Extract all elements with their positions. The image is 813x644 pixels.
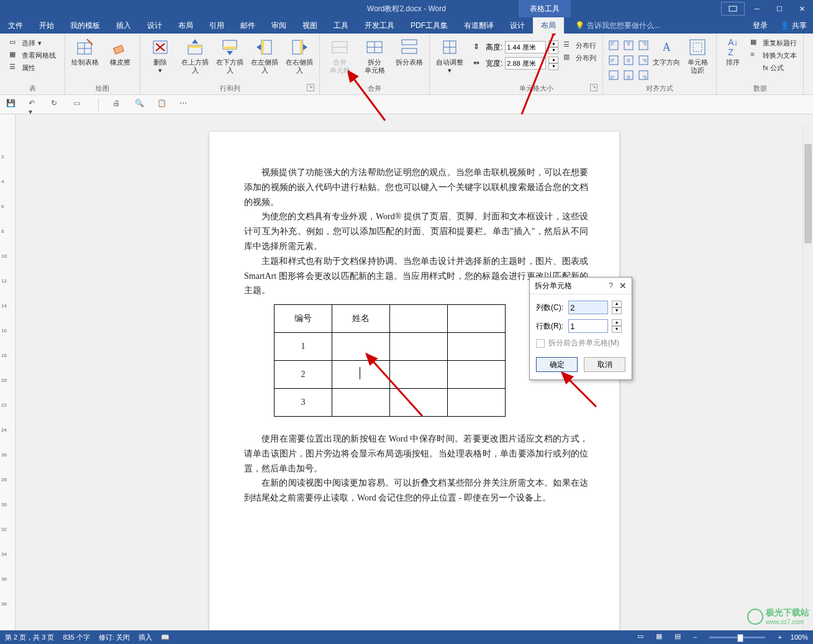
tab-design[interactable]: 设计 — [139, 17, 170, 34]
zoom-icon[interactable]: 🔍 — [135, 99, 146, 110]
table-cell[interactable] — [390, 333, 448, 361]
row-height-input[interactable]: ⇕高度:▲▼ — [473, 40, 558, 55]
vertical-scrollbar[interactable] — [802, 125, 813, 630]
tab-developer[interactable]: 开发工具 — [357, 17, 402, 34]
undo-icon[interactable]: ↶ ▾ — [29, 99, 40, 110]
select-button[interactable]: ▭选择 ▾ — [7, 37, 58, 48]
insert-mode[interactable]: 插入 — [139, 633, 152, 642]
spin-up-icon[interactable]: ▲ — [612, 301, 622, 307]
login-button[interactable]: 登录 — [747, 20, 774, 31]
spin-up-icon[interactable]: ▲ — [548, 40, 558, 47]
track-changes-status[interactable]: 修订: 关闭 — [99, 633, 130, 642]
height-value[interactable] — [505, 41, 546, 53]
zoom-slider-thumb[interactable] — [737, 634, 743, 642]
align-top-left-button[interactable] — [607, 39, 620, 52]
redo-icon[interactable]: ↻ — [51, 99, 62, 110]
dialog-launcher-icon[interactable]: ↘ — [590, 84, 597, 91]
distribute-cols-button[interactable]: ▥分布列 — [561, 52, 599, 63]
save-icon[interactable]: 💾 — [6, 99, 17, 110]
paste-icon[interactable]: 📋 — [157, 99, 168, 110]
view-gridlines-button[interactable]: ▦查看网格线 — [7, 50, 58, 61]
new-icon[interactable]: ▭ — [73, 99, 84, 110]
zoom-level[interactable]: 100% — [791, 633, 808, 641]
repeat-header-button[interactable]: ▦重复标题行 — [748, 37, 799, 48]
print-layout-icon[interactable]: ▦ — [656, 632, 666, 642]
table-cell[interactable] — [390, 389, 448, 417]
merge-before-split-checkbox[interactable]: 拆分前合并单元格(M) — [536, 338, 625, 348]
zoom-slider[interactable] — [709, 637, 765, 638]
tell-me-box[interactable]: 💡 告诉我您想要做什么... — [564, 17, 660, 34]
close-icon[interactable]: ✕ — [619, 281, 627, 291]
help-icon[interactable]: ? — [609, 281, 613, 290]
tab-pdf[interactable]: PDF工具集 — [402, 17, 456, 34]
vertical-ruler[interactable]: 2468101214161820222426283032343638 — [0, 114, 16, 630]
tab-file[interactable]: 文件 — [0, 17, 31, 34]
document-canvas[interactable]: 视频提供了功能强大的方法帮助您证明您的观点。当您单击联机视频时，可以在想要添加的… — [16, 114, 813, 630]
spin-down-icon[interactable]: ▼ — [612, 307, 622, 314]
paragraph[interactable]: 在新的阅读视图中阅读更加容易。可以折叠文档某些部分并关注所需文本。如果在达到结尾… — [244, 476, 588, 506]
tab-insert[interactable]: 插入 — [108, 17, 139, 34]
dialog-launcher-icon[interactable]: ↘ — [307, 84, 314, 91]
tab-tools[interactable]: 工具 — [325, 17, 357, 34]
align-mid-center-button[interactable] — [622, 53, 635, 67]
align-mid-left-button[interactable] — [607, 53, 620, 67]
rows-input[interactable] — [568, 319, 608, 333]
paragraph[interactable]: 视频提供了功能强大的方法帮助您证明您的观点。当您单击联机视频时，可以在想要添加的… — [244, 165, 588, 209]
align-mid-right-button[interactable] — [637, 53, 650, 67]
table-row[interactable]: 编号姓名 — [275, 305, 506, 333]
align-bot-left-button[interactable] — [607, 68, 620, 82]
table-cell[interactable] — [390, 305, 448, 333]
table-cell[interactable] — [448, 333, 506, 361]
formula-button[interactable]: fx 公式 — [748, 62, 799, 73]
zoom-in-icon[interactable]: + — [778, 633, 781, 641]
draw-table-button[interactable]: 绘制表格 — [69, 36, 101, 66]
table-cell[interactable]: 3 — [275, 389, 332, 417]
ok-button[interactable]: 确定 — [536, 357, 578, 372]
cell-margins-button[interactable]: 单元格 边距 — [683, 36, 712, 75]
sort-button[interactable]: A↓Z排序 — [720, 36, 745, 66]
cancel-button[interactable]: 取消 — [584, 357, 625, 372]
checkbox-icon[interactable] — [536, 339, 545, 348]
insert-left-button[interactable]: 在左侧插入 — [248, 36, 281, 75]
page-count[interactable]: 第 2 页，共 3 页 — [5, 633, 54, 642]
spin-down-icon[interactable]: ▼ — [548, 47, 558, 54]
align-top-right-button[interactable] — [637, 39, 650, 52]
align-top-center-button[interactable] — [622, 39, 635, 52]
table-cell[interactable]: 1 — [275, 333, 332, 361]
tab-home[interactable]: 开始 — [31, 17, 62, 34]
insert-right-button[interactable]: 在右侧插入 — [283, 36, 316, 75]
document-table[interactable]: 编号姓名 1 2 3 — [274, 304, 506, 417]
insert-above-button[interactable]: 在上方插入 — [179, 36, 211, 75]
cols-input[interactable] — [568, 301, 608, 314]
spin-down-icon[interactable]: ▼ — [612, 326, 622, 333]
word-count[interactable]: 835 个字 — [63, 633, 89, 642]
read-mode-icon[interactable]: ▭ — [637, 632, 647, 642]
properties-button[interactable]: ☰属性 — [7, 62, 58, 73]
dialog-titlebar[interactable]: 拆分单元格 ? ✕ — [530, 278, 632, 294]
table-cell[interactable]: 2 — [275, 361, 332, 389]
tab-view[interactable]: 视图 — [294, 17, 325, 34]
split-table-button[interactable]: 拆分表格 — [393, 36, 425, 66]
spin-down-icon[interactable]: ▼ — [548, 63, 558, 70]
table-cell[interactable] — [332, 389, 390, 417]
paragraph[interactable]: 为使您的文档具有专业外观，Word® 提供了页眉、页脚、封面和文本框设计，这些设… — [244, 209, 588, 253]
table-cell[interactable] — [448, 305, 506, 333]
table-row[interactable]: 3 — [275, 389, 506, 417]
book-icon[interactable]: 📖 — [161, 633, 170, 642]
eraser-button[interactable]: 橡皮擦 — [104, 36, 136, 66]
minimize-button[interactable]: ─ — [746, 1, 768, 16]
align-bot-right-button[interactable] — [637, 68, 650, 82]
delete-button[interactable]: 删除▾ — [144, 36, 176, 75]
split-cells-button[interactable]: 拆分 单元格 — [358, 36, 391, 75]
maximize-button[interactable]: ☐ — [768, 1, 791, 16]
zoom-out-icon[interactable]: − — [693, 633, 697, 641]
distribute-rows-button[interactable]: ☰分布行 — [561, 40, 599, 51]
tab-layout[interactable]: 布局 — [170, 17, 201, 34]
web-layout-icon[interactable]: ▤ — [674, 632, 684, 642]
tab-table-layout[interactable]: 布局 — [533, 17, 564, 34]
convert-text-button[interactable]: ≡转换为文本 — [748, 50, 799, 61]
align-bot-center-button[interactable] — [622, 68, 635, 82]
paragraph[interactable]: 使用在需要位置出现的新按钮在 Word 中保存时间。若要更改图片适应文档的方式，… — [244, 432, 588, 476]
share-button[interactable]: 👤共享 — [774, 20, 813, 31]
table-row[interactable]: 2 — [275, 361, 506, 389]
